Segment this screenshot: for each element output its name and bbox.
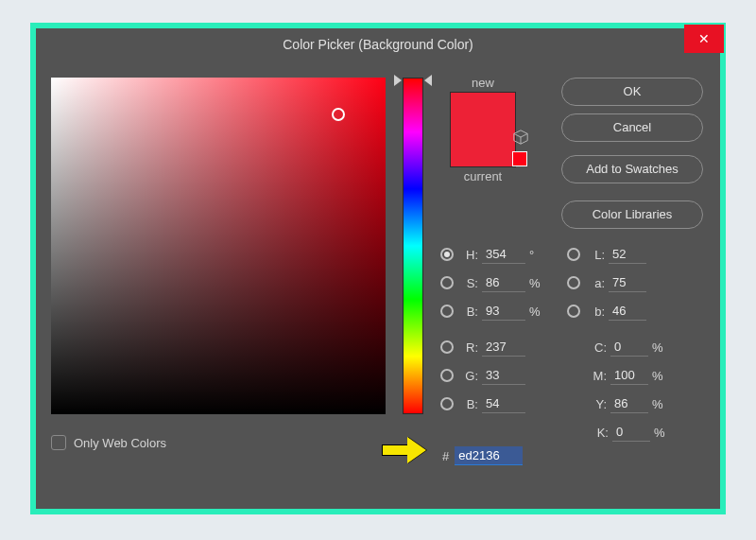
label-g: G: bbox=[459, 369, 478, 383]
swatch-box[interactable] bbox=[450, 92, 516, 167]
label-l: L: bbox=[586, 248, 605, 262]
unit-c: % bbox=[652, 340, 669, 355]
label-c: C: bbox=[588, 340, 607, 355]
unit-k: % bbox=[654, 426, 671, 440]
close-button[interactable]: ✕ bbox=[684, 25, 724, 53]
radio-a[interactable] bbox=[567, 276, 580, 289]
only-web-colors-option[interactable]: Only Web Colors bbox=[51, 435, 166, 450]
swatch-current bbox=[451, 130, 515, 166]
radio-rgb-b[interactable] bbox=[440, 397, 454, 410]
label-a: a: bbox=[586, 276, 605, 290]
radio-l[interactable] bbox=[567, 248, 580, 261]
input-rgb-b[interactable] bbox=[482, 394, 525, 413]
only-web-colors-checkbox[interactable] bbox=[51, 435, 66, 450]
color-libraries-button[interactable]: Color Libraries bbox=[561, 200, 703, 229]
input-l[interactable] bbox=[609, 245, 646, 264]
input-y[interactable] bbox=[610, 394, 648, 413]
input-k[interactable] bbox=[612, 423, 650, 442]
current-label: current bbox=[440, 169, 525, 183]
svg-marker-0 bbox=[514, 131, 527, 137]
input-a[interactable] bbox=[609, 273, 646, 292]
window-title: Color Picker (Background Color) bbox=[283, 37, 473, 52]
label-s: S: bbox=[459, 276, 478, 290]
new-label: new bbox=[440, 76, 525, 90]
label-rgb-b: B: bbox=[459, 397, 478, 411]
input-s[interactable] bbox=[482, 273, 525, 292]
dialog-body: new current OK Cancel Add to Swatches Co… bbox=[36, 61, 720, 509]
label-r: R: bbox=[459, 340, 478, 355]
cube-icon bbox=[512, 129, 529, 146]
hue-slider[interactable] bbox=[403, 78, 423, 414]
cancel-button[interactable]: Cancel bbox=[561, 113, 703, 142]
annotation-arrow-icon bbox=[382, 437, 427, 463]
radio-h[interactable] bbox=[440, 248, 454, 261]
swatch-new bbox=[451, 93, 515, 130]
hex-input[interactable] bbox=[455, 446, 523, 465]
radio-lab-b[interactable] bbox=[567, 305, 580, 318]
radio-g[interactable] bbox=[440, 369, 454, 382]
input-lab-b[interactable] bbox=[609, 302, 646, 321]
ok-button[interactable]: OK bbox=[561, 78, 703, 106]
label-h: H: bbox=[459, 248, 478, 262]
add-to-swatches-button[interactable]: Add to Swatches bbox=[561, 155, 703, 183]
dialog-frame: Color Picker (Background Color) ✕ new cu… bbox=[30, 23, 726, 514]
titlebar: Color Picker (Background Color) ✕ bbox=[36, 28, 720, 61]
input-g[interactable] bbox=[482, 366, 525, 385]
unit-m: % bbox=[652, 369, 669, 383]
label-y: Y: bbox=[588, 397, 607, 411]
color-values: H: ° L: S: % a: bbox=[440, 240, 714, 446]
hex-prefix: # bbox=[442, 449, 449, 463]
input-m[interactable] bbox=[610, 366, 648, 385]
color-picker-panel: Color Picker (Background Color) ✕ new cu… bbox=[36, 28, 720, 509]
label-bv: B: bbox=[459, 305, 478, 319]
input-h[interactable] bbox=[482, 245, 525, 264]
input-bv[interactable] bbox=[482, 302, 525, 321]
color-field[interactable] bbox=[51, 78, 386, 414]
gamut-warning-swatch[interactable] bbox=[512, 151, 527, 166]
radio-s[interactable] bbox=[440, 276, 454, 289]
input-r[interactable] bbox=[482, 338, 525, 357]
hue-thumb-right-icon bbox=[424, 75, 432, 86]
label-k: K: bbox=[590, 426, 609, 440]
only-web-colors-label: Only Web Colors bbox=[74, 436, 166, 450]
label-lab-b: b: bbox=[586, 305, 605, 319]
radio-r[interactable] bbox=[440, 340, 454, 354]
label-m: M: bbox=[588, 369, 607, 383]
unit-bv: % bbox=[529, 305, 546, 319]
color-field-cursor bbox=[332, 108, 345, 121]
unit-y: % bbox=[652, 397, 669, 411]
unit-s: % bbox=[529, 276, 546, 290]
hex-row: # bbox=[442, 446, 523, 465]
radio-bv[interactable] bbox=[440, 305, 454, 318]
unit-h: ° bbox=[529, 248, 546, 262]
input-c[interactable] bbox=[610, 338, 648, 357]
hue-thumb-left-icon bbox=[394, 75, 402, 86]
